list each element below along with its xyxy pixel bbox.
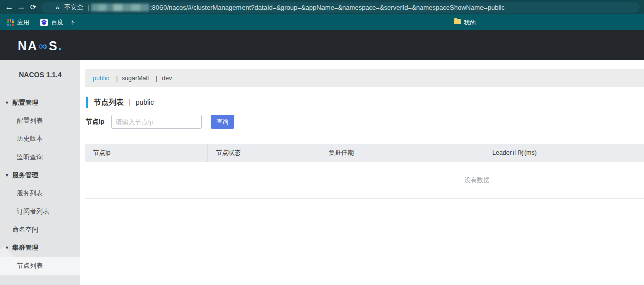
column-header-node-ip: 节点Ip	[85, 144, 208, 162]
sidebar-item-label: 集群管理	[12, 244, 38, 251]
apps-bookmark[interactable]: 应用	[17, 18, 29, 27]
sidebar-group-service-management[interactable]: ▼ 服务管理	[0, 166, 80, 184]
page-title: 节点列表	[94, 98, 124, 107]
baidu-icon[interactable]	[40, 19, 48, 26]
sidebar-item-label: 节点列表	[17, 262, 43, 269]
sidebar: NACOS 1.1.4 ▼ 配置管理 配置列表 历史版本 监听查询 ▼ 服务管理…	[0, 60, 80, 285]
sidebar-item-listening-query[interactable]: 监听查询	[0, 148, 80, 166]
warning-icon: ▲!	[54, 4, 61, 11]
namespace-separator: |	[156, 75, 157, 82]
sidebar-item-node-list[interactable]: 节点列表	[0, 257, 80, 275]
sidebar-item-label: 配置管理	[12, 99, 38, 106]
url-separator: |	[88, 4, 89, 11]
sidebar-item-history-versions[interactable]: 历史版本	[0, 130, 80, 148]
title-accent-bar	[86, 97, 88, 108]
column-header-cluster-term: 集群任期	[320, 144, 484, 162]
baidu-bookmark[interactable]: 百度一下	[51, 18, 75, 27]
logo-infinity-icon: ∞	[38, 39, 49, 53]
title-separator: |	[129, 98, 131, 106]
sidebar-item-label: 配置列表	[17, 117, 43, 124]
table-body: 没有数据	[85, 162, 644, 199]
folder-icon[interactable]	[454, 19, 461, 24]
browser-toolbar: ← → ⟳ ▲! 不安全 | :8060/nacos/#/clusterMana…	[0, 0, 644, 14]
caret-down-icon: ▼	[5, 239, 9, 257]
caret-down-icon: ▼	[5, 166, 9, 184]
forward-icon[interactable]: →	[15, 0, 27, 14]
sidebar-item-label: 命名空间	[12, 226, 38, 233]
sidebar-menu: ▼ 配置管理 配置列表 历史版本 监听查询 ▼ 服务管理 服务列表 订阅者列表	[0, 94, 80, 275]
apps-grid-icon[interactable]	[7, 19, 14, 26]
nacos-logo[interactable]: NA∞S.	[18, 39, 63, 53]
namespace-bar: public | sugarMall | dev	[85, 69, 644, 87]
redacted-host-blur	[91, 4, 149, 11]
back-icon[interactable]: ←	[3, 0, 15, 14]
namespace-separator: |	[116, 75, 118, 82]
security-label: 不安全	[64, 3, 84, 12]
sidebar-item-label: 历史版本	[17, 135, 43, 142]
sidebar-item-config-list[interactable]: 配置列表	[0, 112, 80, 130]
empty-state-text: 没有数据	[464, 176, 490, 184]
main-content: public | sugarMall | dev 节点列表 | public 节…	[80, 60, 644, 285]
sidebar-item-namespace[interactable]: 命名空间	[0, 221, 80, 239]
logo-s: S	[49, 39, 58, 53]
my-bookmarks-folder[interactable]: 我的	[464, 19, 476, 27]
query-button[interactable]: 查询	[211, 115, 234, 129]
node-ip-input[interactable]	[111, 115, 202, 129]
query-row: 节点Ip 查询	[86, 115, 234, 129]
sidebar-item-label: 服务管理	[12, 171, 38, 179]
screen: ← → ⟳ ▲! 不安全 | :8060/nacos/#/clusterMana…	[0, 0, 644, 285]
node-table: 节点Ip 节点状态 集群任期 Leader止时(ms) 没有数据	[85, 144, 644, 199]
namespace-tab-sugarmall[interactable]: sugarMall	[122, 75, 149, 82]
namespace-tab-public[interactable]: public	[93, 75, 109, 82]
logo-na: NA	[18, 39, 38, 53]
sidebar-item-label: 服务列表	[17, 189, 43, 197]
nacos-header: NA∞S.	[0, 30, 644, 60]
column-header-node-status: 节点状态	[208, 144, 320, 162]
sidebar-item-label: 订阅者列表	[17, 207, 49, 215]
page-title-row: 节点列表 | public	[86, 97, 154, 108]
caret-down-icon: ▼	[5, 94, 9, 112]
sidebar-item-subscriber-list[interactable]: 订阅者列表	[0, 202, 80, 221]
reload-icon[interactable]: ⟳	[27, 0, 39, 14]
title-namespace: public	[136, 98, 154, 106]
sidebar-group-cluster-management[interactable]: ▼ 集群管理	[0, 239, 80, 257]
column-header-leader-time: Leader止时(ms)	[484, 144, 644, 162]
address-bar[interactable]: ▲! 不安全 | :8060/nacos/#/clusterManagement…	[41, 2, 640, 13]
logo-dot: .	[58, 39, 63, 53]
nacos-version-label: NACOS 1.1.4	[0, 60, 80, 89]
url-text: :8060/nacos/#/clusterManagement?dataId=&…	[150, 4, 505, 11]
bookmarks-bar: 应用 百度一下 我的	[0, 14, 644, 30]
table-header: 节点Ip 节点状态 集群任期 Leader止时(ms)	[85, 144, 644, 162]
sidebar-group-config-management[interactable]: ▼ 配置管理	[0, 94, 80, 112]
namespace-tab-dev[interactable]: dev	[162, 75, 172, 82]
node-ip-label: 节点Ip	[86, 117, 105, 126]
redacted-bookmarks-blur	[74, 18, 449, 27]
sidebar-item-label: 监听查询	[17, 153, 43, 161]
sidebar-item-service-list[interactable]: 服务列表	[0, 184, 80, 202]
